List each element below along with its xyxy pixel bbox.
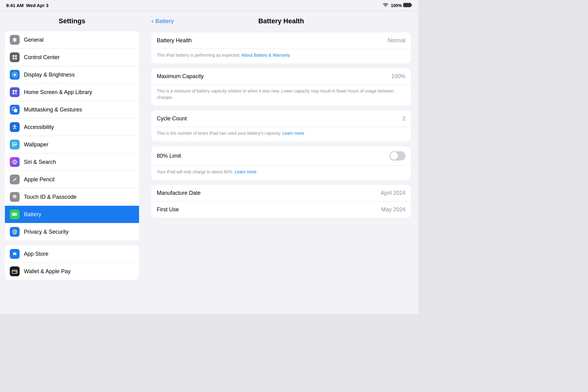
svg-rect-35: [13, 214, 16, 215]
back-label: Battery: [155, 18, 174, 24]
sidebar-item-multitasking[interactable]: Multitasking & Gestures: [5, 101, 139, 119]
first-use-label: First Use: [157, 206, 179, 213]
max-capacity-row: Maximum Capacity 100%: [151, 68, 411, 85]
siri-icon: [10, 157, 20, 167]
appstore-icon: [10, 249, 20, 259]
cycle-count-description: This is the number of times iPad has use…: [151, 127, 411, 141]
battery-health-value: Normal: [388, 37, 405, 44]
limit-toggle[interactable]: [390, 151, 405, 160]
cycle-count-row: Cycle Count 2: [151, 111, 411, 127]
svg-point-0: [385, 6, 386, 7]
content-header: ‹ Battery Battery Health: [151, 17, 411, 25]
cycle-count-value: 2: [402, 115, 405, 122]
battery-icon: [10, 209, 20, 219]
svg-rect-6: [13, 58, 14, 59]
cycle-count-desc-text: This is the number of times iPad has use…: [157, 131, 282, 136]
sidebar-item-pencil[interactable]: Apple Pencil: [5, 171, 139, 188]
touchid-icon: [10, 192, 20, 202]
battery-label: Battery: [24, 211, 41, 218]
cycle-count-label: Cycle Count: [157, 115, 187, 122]
sidebar-item-homescreen[interactable]: Home Screen & App Library: [5, 84, 139, 101]
limit-row: 80% Limit: [151, 146, 411, 166]
sidebar-item-general[interactable]: General: [5, 31, 139, 49]
manufacture-date-label: Manufacture Date: [157, 190, 201, 196]
homescreen-label: Home Screen & App Library: [24, 89, 92, 96]
svg-rect-20: [15, 92, 17, 94]
svg-line-16: [13, 76, 13, 77]
sidebar-item-battery[interactable]: Battery: [5, 206, 139, 223]
svg-line-13: [13, 73, 13, 74]
sidebar-item-wallpaper[interactable]: Wallpaper: [5, 136, 139, 153]
privacy-label: Privacy & Security: [24, 229, 69, 235]
sidebar-group-1: General Control Center: [5, 31, 139, 240]
appstore-label: App Store: [24, 251, 48, 257]
manufacture-date-value: April 2024: [381, 190, 405, 196]
display-label: Display & Brightness: [24, 72, 75, 78]
sidebar-item-accessibility[interactable]: Accessibility: [5, 119, 139, 136]
general-icon: [10, 35, 20, 45]
status-bar-right: 100%: [383, 3, 412, 8]
display-icon: [10, 70, 20, 80]
wallet-icon: [10, 266, 20, 276]
svg-line-15: [16, 73, 17, 74]
svg-rect-4: [13, 55, 14, 57]
svg-text:✋: ✋: [14, 230, 18, 234]
siri-label: Siri & Search: [24, 159, 56, 165]
svg-rect-18: [15, 90, 17, 92]
svg-rect-19: [13, 92, 14, 94]
battery-icon-status: [403, 3, 412, 8]
limit-description: Your iPad will only charge to about 80%.…: [151, 166, 411, 180]
svg-rect-5: [15, 55, 17, 57]
limit-card: 80% Limit Your iPad will only charge to …: [151, 146, 411, 180]
pencil-label: Apple Pencil: [24, 176, 55, 183]
sidebar-item-touchid[interactable]: Touch ID & Passcode: [5, 188, 139, 206]
battery-health-row: Battery Health Normal: [151, 32, 411, 49]
svg-rect-22: [14, 109, 17, 112]
svg-rect-17: [13, 90, 14, 92]
privacy-icon: ✋: [10, 227, 20, 237]
max-capacity-card: Maximum Capacity 100% This is a measure …: [151, 68, 411, 106]
max-capacity-value: 100%: [391, 73, 405, 80]
svg-rect-34: [17, 214, 17, 215]
homescreen-icon: [10, 87, 20, 97]
svg-rect-38: [15, 272, 17, 273]
limit-learn-more-link[interactable]: Learn more: [235, 169, 257, 174]
svg-rect-2: [411, 4, 412, 6]
back-button[interactable]: ‹ Battery: [151, 17, 174, 25]
sidebar-item-display[interactable]: Display & Brightness: [5, 66, 139, 84]
page-title: Battery Health: [258, 17, 304, 25]
battery-health-card: Battery Health Normal This iPad battery …: [151, 32, 411, 63]
battery-health-description: This iPad battery is performing as expec…: [151, 49, 411, 63]
cycle-count-card: Cycle Count 2 This is the number of time…: [151, 111, 411, 141]
max-capacity-label: Maximum Capacity: [157, 73, 204, 80]
touchid-label: Touch ID & Passcode: [24, 194, 77, 200]
pencil-icon: [10, 175, 20, 184]
first-use-row: First Use May 2024: [151, 202, 411, 218]
svg-rect-7: [15, 58, 17, 59]
battery-warranty-link[interactable]: About Battery & Warranty: [241, 53, 289, 58]
wallpaper-icon: [10, 140, 20, 149]
sidebar: Settings General: [0, 11, 144, 314]
battery-health-desc-text: This iPad battery is performing as expec…: [157, 53, 241, 58]
multitasking-label: Multitasking & Gestures: [24, 107, 82, 113]
status-bar-left: 9:41 AM Wed Apr 3: [6, 3, 48, 8]
dates-card: Manufacture Date April 2024 First Use Ma…: [151, 185, 411, 218]
svg-point-23: [14, 125, 15, 126]
sidebar-item-wallet[interactable]: Wallet & Apple Pay: [5, 263, 139, 280]
multitasking-icon: [10, 105, 20, 115]
content-area: ‹ Battery Battery Health Battery Health …: [144, 11, 418, 314]
svg-rect-1: [403, 3, 411, 7]
sidebar-item-privacy[interactable]: ✋ Privacy & Security: [5, 223, 139, 240]
cycle-learn-more-link[interactable]: Learn more: [282, 131, 304, 136]
limit-desc-text: Your iPad will only charge to about 80%.: [157, 169, 235, 174]
sidebar-item-siri[interactable]: Siri & Search: [5, 153, 139, 171]
battery-percent: 100%: [391, 3, 402, 8]
sidebar-item-control-center[interactable]: Control Center: [5, 49, 139, 66]
svg-point-8: [13, 74, 16, 76]
max-capacity-description: This is a measure of battery capacity re…: [151, 85, 411, 106]
sidebar-item-appstore[interactable]: App Store: [5, 245, 139, 263]
accessibility-icon: [10, 122, 20, 132]
sidebar-title: Settings: [5, 17, 139, 25]
general-label: General: [24, 37, 43, 43]
control-center-icon: [10, 52, 20, 62]
